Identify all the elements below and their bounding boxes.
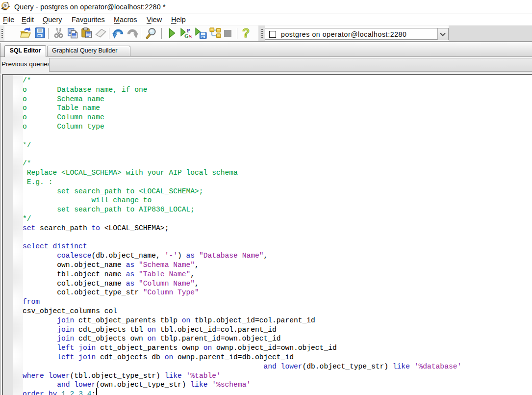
svg-text:S: S (189, 33, 192, 39)
svg-text:?: ? (242, 27, 250, 39)
svg-text:G: G (184, 33, 189, 39)
